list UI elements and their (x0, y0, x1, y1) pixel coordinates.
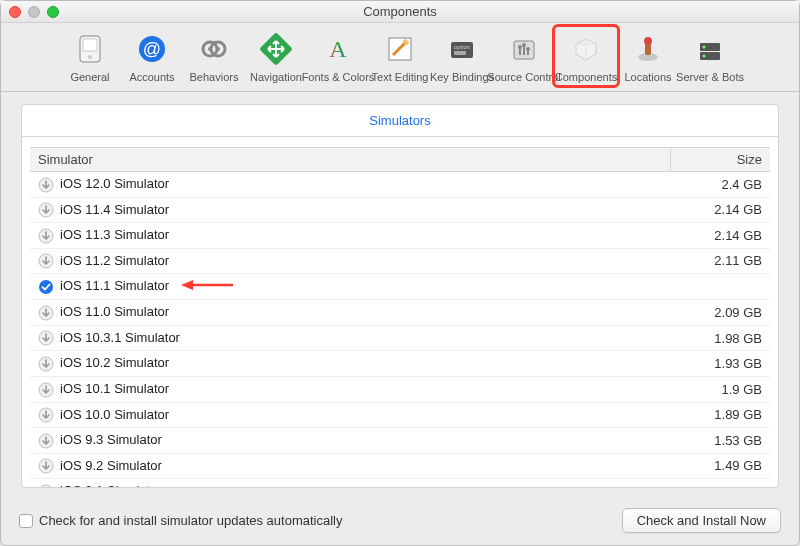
simulators-table-wrap: Simulator Size iOS 12.0 Simulator2.4 GBi… (22, 137, 778, 487)
simulator-name: iOS 10.3.1 Simulator (60, 330, 180, 345)
size-cell: 1.93 GB (670, 351, 770, 377)
download-icon[interactable] (38, 382, 54, 398)
toolbar-item-source-control[interactable]: Source Control (493, 27, 555, 85)
toolbar-icon: option (442, 29, 482, 69)
toolbar-label: Text Editing (372, 71, 429, 83)
toolbar-icon (70, 29, 110, 69)
simulator-name: iOS 11.4 Simulator (60, 202, 169, 217)
auto-update-checkbox[interactable] (19, 514, 33, 528)
svg-point-21 (644, 37, 652, 45)
simulator-cell: iOS 10.1 Simulator (30, 377, 670, 403)
simulator-name: iOS 11.0 Simulator (60, 304, 169, 319)
toolbar-item-locations[interactable]: Locations (617, 27, 679, 85)
preferences-toolbar: General@AccountsBehaviorsNavigationAFont… (1, 23, 799, 92)
table-row[interactable]: iOS 10.2 Simulator1.93 GB (30, 351, 770, 377)
table-row[interactable]: iOS 9.1 Simulator1.49 GB (30, 479, 770, 487)
table-row[interactable]: iOS 12.0 Simulator2.4 GB (30, 172, 770, 198)
simulator-name: iOS 10.2 Simulator (60, 355, 169, 370)
simulator-cell: iOS 10.0 Simulator (30, 402, 670, 428)
table-row[interactable]: iOS 11.4 Simulator2.14 GB (30, 197, 770, 223)
download-icon[interactable] (38, 253, 54, 269)
simulator-name: iOS 11.2 Simulator (60, 253, 169, 268)
titlebar: Components (1, 1, 799, 23)
toolbar-icon (628, 29, 668, 69)
svg-point-2 (88, 55, 92, 59)
table-row[interactable]: iOS 9.2 Simulator1.49 GB (30, 453, 770, 479)
simulator-name: iOS 10.1 Simulator (60, 381, 169, 396)
toolbar-item-server-bots[interactable]: Server & Bots (679, 27, 741, 85)
preferences-window: Components General@AccountsBehaviorsNavi… (0, 0, 800, 546)
download-icon[interactable] (38, 177, 54, 193)
toolbar-item-general[interactable]: General (59, 27, 121, 85)
download-icon[interactable] (38, 407, 54, 423)
toolbar-item-navigation[interactable]: Navigation (245, 27, 307, 85)
toolbar-label: Behaviors (190, 71, 239, 83)
installed-check-icon[interactable] (38, 279, 54, 295)
table-row[interactable]: iOS 9.3 Simulator1.53 GB (30, 428, 770, 454)
toolbar-item-components[interactable]: Components (555, 27, 617, 85)
svg-point-17 (522, 43, 526, 47)
size-cell: 2.09 GB (670, 300, 770, 326)
toolbar-label: General (70, 71, 109, 83)
download-icon[interactable] (38, 433, 54, 449)
auto-update-label: Check for and install simulator updates … (39, 513, 342, 528)
components-panel: Simulators Simulator Size iOS 12.0 Simul… (21, 104, 779, 488)
auto-update-checkbox-row[interactable]: Check for and install simulator updates … (19, 513, 342, 528)
simulator-name: iOS 11.1 Simulator (60, 278, 169, 293)
size-cell: 1.98 GB (670, 325, 770, 351)
download-icon[interactable] (38, 202, 54, 218)
simulator-cell: iOS 11.4 Simulator (30, 197, 670, 223)
download-icon[interactable] (38, 484, 54, 487)
table-row[interactable]: iOS 10.0 Simulator1.89 GB (30, 402, 770, 428)
col-simulator-header[interactable]: Simulator (30, 148, 670, 172)
svg-rect-1 (83, 39, 97, 51)
size-cell: 2.14 GB (670, 223, 770, 249)
toolbar-item-fonts-colors[interactable]: AFonts & Colors (307, 27, 369, 85)
toolbar-icon (566, 29, 606, 69)
svg-point-18 (526, 47, 530, 51)
table-row[interactable]: iOS 10.1 Simulator1.9 GB (30, 377, 770, 403)
toolbar-item-accounts[interactable]: @Accounts (121, 27, 183, 85)
toolbar-label: Fonts & Colors (302, 71, 375, 83)
table-row[interactable]: iOS 11.0 Simulator2.09 GB (30, 300, 770, 326)
toolbar-icon: @ (132, 29, 172, 69)
table-row[interactable]: iOS 11.3 Simulator2.14 GB (30, 223, 770, 249)
tab-simulators[interactable]: Simulators (22, 105, 778, 137)
size-cell: 2.11 GB (670, 248, 770, 274)
toolbar-label: Locations (624, 71, 671, 83)
toolbar-item-behaviors[interactable]: Behaviors (183, 27, 245, 85)
size-cell: 1.9 GB (670, 377, 770, 403)
toolbar-item-key-bindings[interactable]: optionKey Bindings (431, 27, 493, 85)
download-icon[interactable] (38, 356, 54, 372)
toolbar-icon: A (318, 29, 358, 69)
size-cell: 2.4 GB (670, 172, 770, 198)
size-cell (670, 274, 770, 300)
toolbar-icon (504, 29, 544, 69)
download-icon[interactable] (38, 228, 54, 244)
simulator-name: iOS 9.1 Simulator (60, 483, 162, 487)
toolbar-label: Navigation (250, 71, 302, 83)
simulator-cell: iOS 9.3 Simulator (30, 428, 670, 454)
table-row[interactable]: iOS 11.2 Simulator2.11 GB (30, 248, 770, 274)
simulator-name: iOS 9.3 Simulator (60, 432, 162, 447)
size-cell: 1.53 GB (670, 428, 770, 454)
table-row[interactable]: iOS 11.1 Simulator (30, 274, 770, 300)
size-cell: 2.14 GB (670, 197, 770, 223)
check-install-button[interactable]: Check and Install Now (622, 508, 781, 533)
svg-point-7 (208, 47, 212, 51)
size-cell: 1.49 GB (670, 453, 770, 479)
svg-text:@: @ (143, 39, 161, 59)
download-icon[interactable] (38, 305, 54, 321)
simulator-cell: iOS 10.2 Simulator (30, 351, 670, 377)
download-icon[interactable] (38, 458, 54, 474)
simulator-cell: iOS 11.2 Simulator (30, 248, 670, 274)
download-icon[interactable] (38, 330, 54, 346)
table-row[interactable]: iOS 10.3.1 Simulator1.98 GB (30, 325, 770, 351)
simulator-name: iOS 11.3 Simulator (60, 227, 169, 242)
svg-point-25 (703, 55, 706, 58)
size-cell: 1.89 GB (670, 402, 770, 428)
col-size-header[interactable]: Size (670, 148, 770, 172)
window-title: Components (1, 4, 799, 19)
toolbar-icon (380, 29, 420, 69)
toolbar-item-text-editing[interactable]: Text Editing (369, 27, 431, 85)
